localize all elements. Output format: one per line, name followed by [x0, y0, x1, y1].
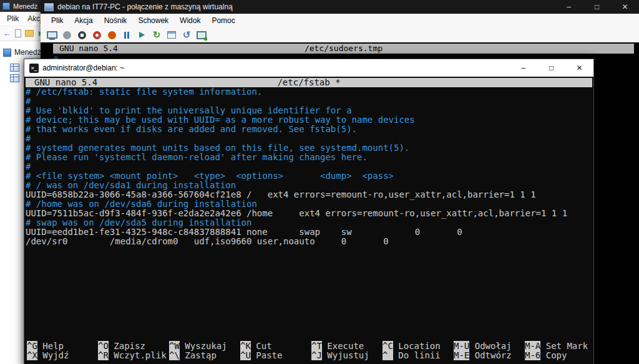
terminal-titlebar[interactable]: administrator@debian: ~ –□✕ — [24, 59, 593, 77]
vm-menu-item-akcja[interactable]: Akcja — [69, 14, 98, 27]
nano-shortcut-help[interactable]: ^G Help — [27, 342, 98, 351]
nano-buffer[interactable]: # /etc/fstab: static file system informa… — [24, 87, 593, 246]
shortcut-key: ^U — [240, 350, 251, 360]
shortcut-key: ^X — [27, 350, 37, 360]
terminal-body[interactable]: GNU nano 5.4 /etc/fstab * # /etc/fstab: … — [24, 77, 593, 364]
nano-shortcut-execute[interactable]: ^T Execute — [311, 342, 383, 351]
buffer-line: # / was on /dev/sda1 during installation — [26, 181, 592, 190]
terminal-window-controls: –□✕ — [509, 59, 593, 77]
shortcut-key: ^T — [311, 341, 322, 351]
shortcut-key: ^\ — [169, 350, 180, 360]
nano-shortcut-paste[interactable]: ^U Paste — [240, 351, 311, 360]
buffer-line: # /home was on /dev/sda6 during installa… — [26, 199, 592, 209]
buffer-line: # systemd generates mount units based on… — [26, 143, 592, 153]
console-app-icon — [29, 64, 39, 73]
shortcut-key: ^R — [98, 350, 109, 360]
vm-menu-item-schowek[interactable]: Schowek — [132, 14, 174, 27]
vm-window-title: debian na IT77-PC - połączenie z maszyną… — [57, 2, 233, 11]
nano-shortcut-odwoaj[interactable]: M-U Odwołaj — [454, 342, 525, 351]
hyperv-app-icon — [2, 2, 10, 10]
buffer-line: /dev/sr0 /media/cdrom0 udf,iso9660 user,… — [26, 237, 592, 246]
buffer-line: # — [26, 162, 592, 171]
buffer-line: UUID=eedd1be1-fe31-4325-948c-c8483788884… — [26, 228, 592, 237]
vm-menu-item-widok[interactable]: Widok — [174, 14, 206, 27]
hyperv-panel-icon — [3, 49, 11, 57]
nano-shortcut-wczytplik[interactable]: ^R Wczyt.plik — [98, 351, 169, 360]
shortcut-key: ^K — [240, 341, 251, 351]
buffer-line: # <file system> <mount point> <type> <op… — [26, 171, 592, 181]
nano-shortcut-zapisz[interactable]: ^O Zapisz — [98, 342, 169, 351]
buffer-line: # — [26, 97, 592, 106]
nano-shortcut-copy[interactable]: M-6 Copy — [525, 351, 593, 360]
nano-shortcut-wyjustuj[interactable]: ^J Wyjustuj — [311, 351, 383, 360]
save-icon[interactable] — [105, 29, 118, 41]
vm-titlebar[interactable]: debian na IT77-PC - połączenie z maszyną… — [41, 0, 639, 14]
turn-off-icon[interactable] — [76, 29, 88, 41]
terminal-title: administrator@debian: ~ — [42, 64, 124, 72]
start-icon[interactable] — [61, 29, 73, 41]
shortcut-key: M-E — [454, 350, 469, 360]
vm-menubar: PlikAkcjaNośnikSchowekWidokPomoc — [41, 14, 639, 27]
buffer-line: # /etc/fstab: static file system informa… — [26, 87, 592, 97]
checkpoint-icon[interactable] — [165, 29, 178, 41]
close-button[interactable]: ✕ — [611, 0, 639, 14]
buffer-line: # swap was on /dev/sda5 during installat… — [26, 218, 592, 228]
hv-menu-item-plik[interactable]: Plik — [3, 13, 22, 24]
ctrl-alt-del-icon[interactable] — [46, 29, 58, 41]
vm-menu-item-nosnik[interactable]: Nośnik — [99, 14, 133, 27]
buffer-line: # — [26, 134, 592, 143]
vm-grid-icon[interactable] — [10, 74, 19, 82]
minimize-button[interactable]: – — [509, 59, 537, 77]
shortcut-key: ^W — [169, 341, 180, 351]
shortcut-key: ^_ — [383, 350, 393, 360]
vm-menu-item-pomoc[interactable]: Pomoc — [206, 14, 240, 27]
nano-footer-row1: ^G Help^O Zapisz^W Wyszukaj^K Cut^T Exec… — [27, 342, 592, 351]
resume-icon[interactable] — [135, 29, 148, 41]
back-icon[interactable] — [2, 29, 12, 39]
shortcut-key: M-A — [525, 341, 540, 351]
buffer-line: # Please run 'systemctl daemon-reload' a… — [26, 153, 592, 162]
nano-shortcut-dolinii[interactable]: ^_ Do linii — [383, 351, 454, 360]
shut-down-icon[interactable] — [90, 29, 103, 41]
vmconnect-app-icon — [44, 3, 54, 11]
buffer-line: # that works even if disks are added and… — [26, 125, 592, 134]
nano-shortcut-zastap[interactable]: ^\ Zastąp — [169, 351, 240, 360]
shortcut-key: ^O — [98, 341, 109, 351]
nano-shortcut-cut[interactable]: ^K Cut — [240, 342, 311, 351]
shortcut-key: M-U — [454, 341, 469, 351]
console-nano-titlebar: GNU nano 5.4 /etc/sudoers.tmp — [53, 44, 634, 54]
reset-icon[interactable] — [150, 29, 163, 41]
shortcut-key: ^C — [383, 341, 393, 351]
maximize-button[interactable]: □ — [537, 59, 565, 77]
shortcut-key: ^J — [311, 350, 322, 360]
buffer-line: # device; this may be used with UUID= as… — [26, 115, 592, 125]
nano-titlebar: GNU nano 5.4 /etc/fstab * — [26, 78, 592, 87]
nano-shortcut-setmark[interactable]: M-A Set Mark — [525, 342, 593, 351]
nano-shortcut-location[interactable]: ^C Location — [383, 342, 454, 351]
revert-icon[interactable] — [180, 29, 193, 41]
hv-window-title: Menedż — [13, 2, 37, 10]
shortcut-key: M-6 — [525, 350, 540, 360]
maximize-button[interactable]: □ — [583, 0, 611, 14]
nano-filename: /etc/fstab * — [26, 78, 592, 87]
buffer-line: # Use 'blkid' to print the universally u… — [26, 106, 592, 115]
nano-shortcut-wyjdz[interactable]: ^X Wyjdź — [27, 351, 98, 360]
nano-shortcut-wyszukaj[interactable]: ^W Wyszukaj — [169, 342, 240, 351]
vm-grid-icon[interactable] — [10, 64, 19, 72]
vm-menu-item-plik[interactable]: Plik — [46, 14, 69, 27]
close-button[interactable]: ✕ — [565, 59, 593, 77]
document-icon[interactable] — [13, 29, 23, 39]
nano-footer: ^G Help^O Zapisz^W Wyszukaj^K Cut^T Exec… — [27, 342, 592, 360]
terminal-window: administrator@debian: ~ –□✕ GNU nano 5.4… — [24, 59, 594, 364]
enhanced-session-icon[interactable] — [195, 29, 208, 41]
shortcut-key: ^G — [27, 341, 37, 351]
pause-icon[interactable] — [120, 29, 133, 41]
buffer-line: UUID=7511b5ac-d9f3-484f-936f-e2da2e2a42e… — [26, 209, 592, 218]
nano-shortcut-odtworz[interactable]: M-E Odtwórz — [454, 351, 525, 360]
hv-panel-title: Menedż — [14, 48, 41, 57]
vm-window-controls: –□✕ — [555, 0, 639, 14]
console-nano-filename: /etc/sudoers.tmp — [53, 44, 634, 54]
vm-toolbar — [41, 27, 639, 43]
folder-icon[interactable] — [24, 29, 34, 39]
minimize-button[interactable]: – — [555, 0, 583, 14]
